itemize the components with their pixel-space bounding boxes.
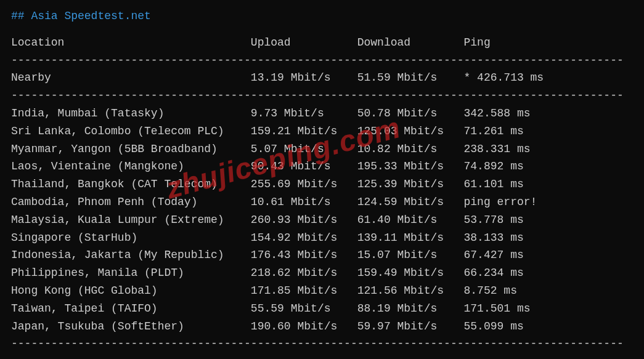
table-row: Philippines, Manila (PLDT) 218.62 Mbit/s… xyxy=(11,264,633,282)
table-row: Cambodia, Phnom Penh (Today) 10.61 Mbit/… xyxy=(11,193,633,211)
table-row: Hong Kong (HGC Global) 171.85 Mbit/s 121… xyxy=(11,282,633,300)
table-header-row: Location Upload Download Ping xyxy=(11,34,633,52)
table-row: India, Mumbai (Tatasky) 9.73 Mbit/s 50.7… xyxy=(11,105,633,123)
table-row: Thailand, Bangkok (CAT Telecom) 255.69 M… xyxy=(11,175,633,193)
table-row: Myanmar, Yangon (5BB Broadband) 5.07 Mbi… xyxy=(11,140,633,158)
table-row: Taiwan, Taipei (TAIFO) 55.59 Mbit/s 88.1… xyxy=(11,300,633,318)
table-row: Laos, Vientaine (Mangkone) 90.43 Mbit/s … xyxy=(11,158,633,175)
table-row: Japan, Tsukuba (SoftEther) 190.60 Mbit/s… xyxy=(11,318,633,336)
table-row: Singapore (StarHub) 154.92 Mbit/s 139.11… xyxy=(11,229,633,247)
divider: ----------------------------------------… xyxy=(11,87,633,105)
table-row: Sri Lanka, Colombo (Telecom PLC) 159.21 … xyxy=(11,123,633,140)
section-title: ## Asia Speedtest.net xyxy=(11,7,633,25)
nearby-row: Nearby 13.19 Mbit/s 51.59 Mbit/s * 426.7… xyxy=(11,69,633,87)
table-row: Malaysia, Kuala Lumpur (Extreme) 260.93 … xyxy=(11,211,633,229)
divider: ----------------------------------------… xyxy=(11,52,633,70)
divider: ----------------------------------------… xyxy=(11,335,633,353)
table-row: Indonesia, Jakarta (My Republic) 176.43 … xyxy=(11,246,633,264)
